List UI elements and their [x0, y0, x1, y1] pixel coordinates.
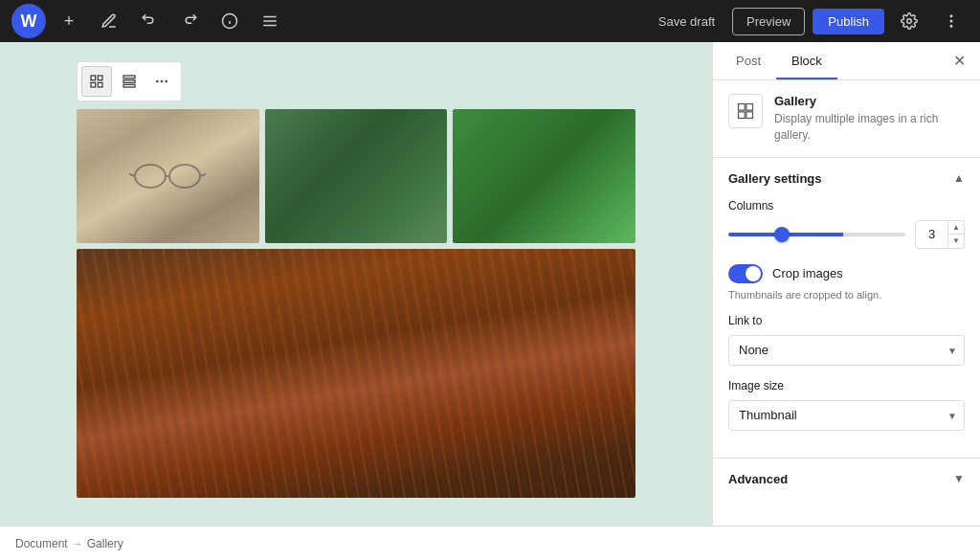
topbar-right: Save draft Preview Publish: [649, 4, 969, 38]
list-view-button[interactable]: [253, 4, 287, 38]
svg-point-17: [157, 80, 158, 81]
columns-value: 3: [916, 227, 947, 241]
gallery-more-button[interactable]: [146, 66, 177, 97]
svg-rect-12: [91, 82, 96, 87]
columns-slider[interactable]: [728, 233, 905, 236]
main-layout: Post Block ✕ Gallery Display multiple im…: [0, 42, 980, 526]
svg-point-6: [907, 19, 912, 24]
link-to-select[interactable]: None Media File Attachment Page: [728, 335, 965, 366]
gallery-image-2[interactable]: [265, 109, 448, 243]
svg-rect-14: [123, 76, 135, 78]
svg-point-7: [950, 15, 952, 17]
crop-images-row: Crop images: [728, 264, 965, 283]
undo-button[interactable]: [132, 4, 167, 38]
breadcrumb-arrow-icon: →: [72, 537, 83, 550]
svg-point-21: [169, 165, 200, 188]
toggle-knob: [746, 266, 761, 281]
publish-button[interactable]: Publish: [813, 9, 884, 34]
sidebar-tabs: Post Block ✕: [713, 42, 980, 80]
columns-decrement-button[interactable]: ▼: [948, 234, 964, 248]
breadcrumb: Document → Gallery: [0, 526, 980, 560]
link-to-label: Link to: [728, 314, 965, 327]
gallery-settings-chevron-icon: ▲: [953, 171, 965, 185]
svg-rect-15: [123, 80, 135, 83]
advanced-title: Advanced: [728, 472, 788, 486]
svg-rect-25: [739, 104, 746, 111]
gallery-view-grid-button[interactable]: [81, 66, 112, 97]
canvas-area: [0, 42, 712, 526]
preview-button[interactable]: Preview: [732, 8, 805, 35]
crop-images-label: Crop images: [772, 266, 843, 280]
svg-rect-11: [98, 76, 102, 80]
topbar-left: W +: [11, 4, 287, 38]
image-size-wrapper: Thumbnail Medium Large Full Size ▼: [728, 400, 965, 431]
block-title: Gallery: [774, 94, 965, 108]
columns-spinners: ▲ ▼: [947, 221, 964, 248]
breadcrumb-gallery[interactable]: Gallery: [87, 537, 123, 550]
svg-point-19: [166, 80, 167, 81]
svg-point-8: [950, 20, 952, 22]
crop-images-toggle[interactable]: [728, 264, 763, 283]
gallery-image-3[interactable]: [453, 109, 635, 243]
gallery-image-1[interactable]: [77, 109, 259, 243]
block-info: Gallery Display multiple images in a ric…: [713, 80, 980, 158]
advanced-section: Advanced ▼: [713, 459, 980, 500]
block-info-text: Gallery Display multiple images in a ric…: [774, 94, 965, 144]
columns-increment-button[interactable]: ▲: [948, 221, 964, 235]
svg-rect-10: [91, 76, 96, 80]
more-options-button[interactable]: [934, 4, 969, 38]
topbar: W + Save draft Preview Publish: [0, 0, 980, 42]
columns-label: Columns: [728, 199, 965, 213]
image-size-select[interactable]: Thumbnail Medium Large Full Size: [728, 400, 965, 431]
svg-point-18: [161, 80, 162, 81]
crop-images-hint: Thumbnails are cropped to align.: [728, 289, 965, 301]
svg-rect-28: [746, 112, 753, 119]
columns-number-input[interactable]: 3 ▲ ▼: [915, 220, 965, 249]
tools-button[interactable]: [92, 4, 126, 38]
columns-row: 3 ▲ ▼: [728, 220, 965, 249]
svg-rect-16: [123, 84, 135, 87]
svg-rect-13: [98, 82, 102, 87]
add-block-button[interactable]: +: [52, 4, 86, 38]
svg-rect-26: [746, 104, 753, 111]
gallery-settings-title: Gallery settings: [728, 171, 822, 186]
image-size-label: Image size: [728, 379, 965, 392]
wp-logo-icon[interactable]: W: [11, 4, 46, 38]
settings-button[interactable]: [892, 4, 926, 38]
save-draft-button[interactable]: Save draft: [649, 9, 724, 34]
gallery-settings-header[interactable]: Gallery settings ▲: [728, 171, 965, 186]
tab-post[interactable]: Post: [721, 42, 776, 79]
tab-block[interactable]: Block: [776, 42, 837, 79]
svg-point-20: [135, 165, 166, 188]
gallery-view-list-button[interactable]: [114, 66, 145, 97]
gallery-image-4[interactable]: [77, 249, 635, 498]
breadcrumb-document[interactable]: Document: [15, 537, 68, 550]
svg-line-24: [200, 174, 206, 176]
gallery-toolbar: [77, 61, 182, 101]
svg-rect-27: [739, 112, 746, 119]
gallery-top-row: [77, 109, 635, 243]
advanced-header[interactable]: Advanced ▼: [728, 472, 965, 486]
block-description: Display multiple images in a rich galler…: [774, 111, 965, 144]
gallery-settings-section: Gallery settings ▲ Columns 3 ▲ ▼: [713, 158, 980, 459]
close-sidebar-button[interactable]: ✕: [946, 48, 972, 75]
svg-point-9: [950, 26, 952, 28]
link-to-wrapper: None Media File Attachment Page ▼: [728, 335, 965, 366]
advanced-chevron-icon: ▼: [953, 472, 965, 485]
svg-line-23: [129, 174, 135, 176]
info-button[interactable]: [212, 4, 247, 38]
block-icon: [728, 94, 763, 128]
right-sidebar: Post Block ✕ Gallery Display multiple im…: [712, 42, 980, 526]
redo-button[interactable]: [172, 4, 207, 38]
